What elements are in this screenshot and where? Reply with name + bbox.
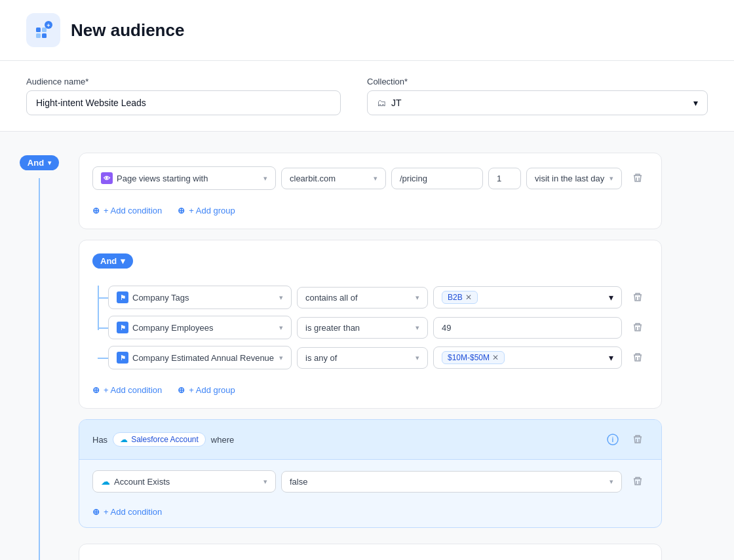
audience-name-label: Audience name*	[26, 77, 341, 86]
count-input[interactable]	[488, 168, 521, 189]
group2-add-condition[interactable]: ⊕ + Add condition	[92, 385, 162, 395]
pageview-field-label: Page views starting with	[117, 174, 208, 183]
plus-icon-5: ⊕	[92, 507, 100, 517]
collection-select[interactable]: 🗂 JT ▾	[367, 90, 708, 115]
domain-chevron: ▾	[374, 174, 377, 183]
page-title: New audience	[71, 20, 184, 41]
group2-and-chevron: ▾	[121, 256, 125, 266]
plus-icon-3: ⊕	[92, 385, 100, 395]
company-revenue-val-chevron: ▾	[609, 352, 613, 363]
company-revenue-op-label: is any of	[305, 353, 337, 363]
group2-and-label: And	[100, 256, 117, 266]
app-icon: +	[26, 13, 60, 47]
delete-account-exists[interactable]	[627, 471, 648, 492]
flag-icon-3: ⚑	[117, 352, 128, 364]
collection-chevron-icon: ▾	[693, 98, 698, 108]
sf-cloud-icon: ☁	[120, 435, 128, 444]
company-tags-row: ⚑ Company Tags ▾ contains all of ▾	[108, 286, 648, 309]
company-employees-label: Company Employees	[132, 323, 214, 333]
group2-and-badge[interactable]: And ▾	[92, 253, 133, 269]
svg-rect-2	[36, 28, 41, 32]
group2-add-links: ⊕ + Add condition ⊕ + Add group	[92, 377, 648, 395]
company-tags-operator[interactable]: contains all of ▾	[297, 287, 428, 308]
company-employees-field[interactable]: ⚑ Company Employees ▾	[108, 316, 292, 339]
flag-icon-1: ⚑	[117, 291, 128, 303]
eye-icon: 👁	[101, 172, 113, 184]
svg-text:i: i	[612, 436, 614, 443]
company-revenue-label: Company Estimated Annual Revenue	[132, 353, 274, 363]
path-input[interactable]	[391, 168, 483, 189]
company-revenue-operator[interactable]: is any of ▾	[297, 347, 428, 369]
delete-sf-block[interactable]	[627, 429, 648, 450]
group-1: 👁 Page views starting with ▾ clearbit.co…	[79, 153, 662, 229]
revenue-tag: $10M-$50M ✕	[442, 351, 505, 364]
sf-cloud-field-icon: ☁	[101, 476, 110, 487]
group2-add-group[interactable]: ⊕ + Add group	[178, 385, 235, 395]
sf-info-button[interactable]: i	[604, 430, 622, 449]
pageview-field-chevron: ▾	[263, 174, 267, 183]
company-employees-chevron: ▾	[279, 324, 283, 332]
plus-icon-1: ⊕	[92, 206, 100, 215]
company-employees-op-chevron: ▾	[415, 324, 419, 332]
company-employees-row: ⚑ Company Employees ▾ is greater than ▾	[108, 316, 648, 339]
group1-add-links: ⊕ + Add condition ⊕ + Add group	[92, 198, 648, 215]
salesforce-header: Has ☁ Salesforce Account where	[79, 420, 661, 460]
salesforce-block: Has ☁ Salesforce Account where	[79, 419, 662, 528]
delete-company-employees[interactable]	[627, 317, 648, 338]
company-employees-op-label: is greater than	[305, 323, 360, 333]
company-tags-val-chevron: ▾	[609, 292, 613, 303]
account-exists-val-chevron: ▾	[609, 477, 613, 486]
root-and-chevron: ▾	[48, 159, 51, 166]
b2b-tag: B2B ✕	[442, 291, 478, 304]
company-revenue-field[interactable]: ⚑ Company Estimated Annual Revenue ▾	[108, 346, 292, 369]
page-header: + New audience	[0, 0, 734, 61]
company-revenue-value[interactable]: $10M-$50M ✕ ▾	[433, 346, 622, 369]
delete-company-revenue[interactable]	[627, 347, 648, 368]
company-revenue-chevron: ▾	[279, 354, 283, 362]
company-revenue-row: ⚑ Company Estimated Annual Revenue ▾ is …	[108, 346, 648, 369]
company-tags-field[interactable]: ⚑ Company Tags ▾	[108, 286, 292, 309]
audience-name-group: Audience name*	[26, 77, 341, 115]
folder-icon: 🗂	[377, 98, 386, 108]
delete-pageview-button[interactable]	[627, 168, 648, 189]
flag-icon-2: ⚑	[117, 322, 128, 333]
group1-add-group[interactable]: ⊕ + Add group	[178, 206, 235, 215]
svg-rect-5	[42, 33, 47, 38]
sf-add-condition[interactable]: ⊕ + Add condition	[92, 507, 162, 517]
time-label: visit in the last day	[535, 174, 604, 183]
root-and-label: And	[28, 158, 44, 168]
time-select[interactable]: visit in the last day ▾	[526, 168, 622, 189]
salesforce-body: ☁ Account Exists ▾ false ▾	[79, 460, 661, 527]
audience-name-input[interactable]	[26, 90, 341, 115]
svg-rect-3	[42, 28, 47, 32]
company-employees-operator[interactable]: is greater than ▾	[297, 317, 428, 339]
svg-rect-4	[36, 33, 41, 38]
company-employees-value[interactable]	[433, 317, 622, 339]
company-revenue-op-chevron: ▾	[415, 354, 419, 362]
form-section: Audience name* Collection* 🗂 JT ▾	[0, 61, 734, 132]
plus-icon-4: ⊕	[178, 385, 185, 395]
main-content: And ▾ 👁 Page views starting with	[0, 132, 734, 560]
domain-select[interactable]: clearbit.com ▾	[281, 168, 386, 189]
company-tags-value[interactable]: B2B ✕ ▾	[433, 286, 622, 308]
add-opportunity-block: ⊕ + Add Opportunity condition	[79, 544, 662, 560]
pageview-field-select[interactable]: 👁 Page views starting with ▾	[92, 166, 276, 190]
svg-text:+: +	[47, 22, 50, 29]
tag-close[interactable]: ✕	[465, 293, 472, 302]
account-exists-value[interactable]: false ▾	[281, 471, 622, 493]
account-exists-row: ☁ Account Exists ▾ false ▾	[92, 470, 648, 493]
has-label: Has	[92, 435, 107, 445]
salesforce-account-badge[interactable]: ☁ Salesforce Account	[113, 432, 206, 447]
sf-account-label: Salesforce Account	[131, 435, 199, 444]
group-2: And ▾ ⚑	[79, 240, 662, 409]
where-label: where	[211, 435, 234, 445]
company-tags-label: Company Tags	[132, 293, 189, 303]
company-tags-op-label: contains all of	[305, 293, 358, 303]
revenue-tag-close[interactable]: ✕	[492, 353, 499, 362]
collection-value: JT	[391, 98, 402, 108]
delete-company-tags[interactable]	[627, 287, 648, 308]
account-exists-field[interactable]: ☁ Account Exists ▾	[92, 470, 276, 493]
group1-add-condition[interactable]: ⊕ + Add condition	[92, 206, 162, 215]
collection-label: Collection*	[367, 77, 708, 86]
collection-group: Collection* 🗂 JT ▾	[367, 77, 708, 115]
